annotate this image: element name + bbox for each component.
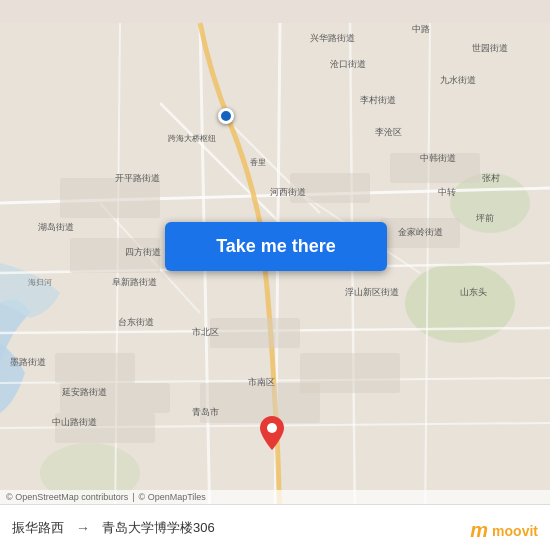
svg-text:中路: 中路 bbox=[412, 24, 430, 34]
moovit-logo-text: moovit bbox=[492, 523, 538, 539]
svg-text:九水街道: 九水街道 bbox=[440, 75, 476, 85]
svg-point-1 bbox=[405, 263, 515, 343]
svg-text:阜新路街道: 阜新路街道 bbox=[112, 277, 157, 287]
svg-text:四方街道: 四方街道 bbox=[125, 247, 161, 257]
destination-label: 青岛大学博学楼306 bbox=[102, 519, 215, 537]
route-arrow: → bbox=[76, 520, 90, 536]
map-container: 兴华路街道 沧口街道 世园街道 九水街道 李村街道 跨海大桥枢纽 李沧区 香里 … bbox=[0, 0, 550, 550]
route-info: 振华路西 → 青岛大学博学楼306 bbox=[12, 519, 215, 537]
svg-text:市北区: 市北区 bbox=[192, 327, 219, 337]
moovit-logo: m moovit bbox=[470, 519, 538, 542]
map-background: 兴华路街道 沧口街道 世园街道 九水街道 李村街道 跨海大桥枢纽 李沧区 香里 … bbox=[0, 0, 550, 550]
origin-label: 振华路西 bbox=[12, 519, 64, 537]
svg-text:中韩街道: 中韩街道 bbox=[420, 153, 456, 163]
svg-text:市南区: 市南区 bbox=[248, 377, 275, 387]
svg-text:中转: 中转 bbox=[438, 187, 456, 197]
svg-rect-18 bbox=[60, 178, 160, 218]
svg-text:海归河: 海归河 bbox=[28, 278, 52, 287]
svg-text:河西街道: 河西街道 bbox=[270, 187, 306, 197]
svg-text:开平路街道: 开平路街道 bbox=[115, 173, 160, 183]
svg-text:金家岭街道: 金家岭街道 bbox=[398, 227, 443, 237]
svg-text:沧口街道: 沧口街道 bbox=[330, 59, 366, 69]
copyright-bar: © OpenStreetMap contributors | © OpenMap… bbox=[0, 490, 550, 504]
svg-text:山东头: 山东头 bbox=[460, 287, 487, 297]
svg-text:墨路街道: 墨路街道 bbox=[10, 357, 46, 367]
svg-text:张村: 张村 bbox=[482, 173, 500, 183]
svg-text:延安路街道: 延安路街道 bbox=[61, 387, 107, 397]
svg-rect-20 bbox=[55, 353, 135, 383]
svg-text:坪前: 坪前 bbox=[475, 213, 494, 223]
moovit-logo-letter: m bbox=[470, 519, 488, 542]
svg-text:李沧区: 李沧区 bbox=[375, 127, 402, 137]
svg-text:青岛市: 青岛市 bbox=[192, 407, 219, 417]
svg-point-58 bbox=[267, 423, 277, 433]
svg-text:世园街道: 世园街道 bbox=[472, 43, 508, 53]
tiles-copyright: © OpenMapTiles bbox=[139, 492, 206, 502]
svg-text:湖岛街道: 湖岛街道 bbox=[38, 222, 74, 232]
bottom-bar: 振华路西 → 青岛大学博学楼306 m moovit bbox=[0, 504, 550, 550]
svg-text:台东街道: 台东街道 bbox=[118, 317, 154, 327]
svg-text:香里: 香里 bbox=[250, 158, 266, 167]
svg-text:浮山新区街道: 浮山新区街道 bbox=[345, 287, 399, 297]
svg-text:兴华路街道: 兴华路街道 bbox=[310, 33, 355, 43]
destination-pin bbox=[260, 416, 284, 450]
take-me-there-button[interactable]: Take me there bbox=[165, 222, 387, 271]
svg-text:中山路街道: 中山路街道 bbox=[52, 417, 97, 427]
svg-text:跨海大桥枢纽: 跨海大桥枢纽 bbox=[168, 134, 216, 143]
svg-text:李村街道: 李村街道 bbox=[360, 95, 396, 105]
osm-copyright: © OpenStreetMap contributors bbox=[6, 492, 128, 502]
svg-rect-26 bbox=[210, 318, 300, 348]
origin-pin bbox=[218, 108, 234, 124]
